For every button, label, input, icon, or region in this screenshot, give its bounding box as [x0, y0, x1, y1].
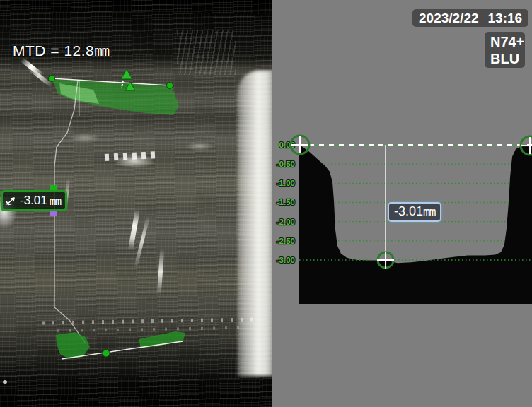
live-image-panel: MTD = 12.8mm -3.01mm [0, 0, 272, 407]
depth-measurement-label[interactable]: -3.01mm [1, 190, 67, 211]
probe-info-badge: N74+ BLU [485, 32, 525, 68]
y-tick-label: -1.00 [277, 179, 295, 187]
mtd-unit: mm [94, 43, 108, 59]
mtd-readout: MTD = 12.8mm [13, 42, 109, 59]
depth-point-square-marker[interactable] [50, 211, 57, 216]
depth-measure-icon [6, 195, 18, 206]
reference-handle[interactable] [167, 83, 173, 89]
probe-mode: BLU [490, 50, 525, 67]
mtd-text: MTD = 12.8 [13, 42, 94, 59]
depth-unit: mm [50, 194, 61, 208]
chart-depth-unit: mm [423, 205, 435, 218]
y-tick-label: -2.00 [277, 218, 295, 226]
depth-value: -3.01 [20, 194, 47, 208]
reference-area-bottom [56, 331, 185, 359]
chart-depth-label[interactable]: -3.01mm [388, 202, 441, 222]
profile-area [299, 146, 532, 304]
measurement-screen: MTD = 12.8mm -3.01mm 0.00-0.50-1.00-1.50… [0, 0, 532, 407]
datetime-badge: 2023/2/22 13:16 [412, 9, 528, 27]
reference-handle[interactable] [49, 76, 55, 82]
probe-model: N74+ [490, 33, 525, 50]
y-tick-label: -1.50 [277, 198, 295, 206]
date-text: 2023/2/22 [419, 11, 479, 26]
reference-handle[interactable] [103, 350, 110, 357]
time-text: 13:16 [488, 11, 523, 26]
chart-depth-value: -3.01 [394, 204, 423, 218]
depth-ref-square-marker[interactable] [50, 185, 57, 190]
y-tick-label: -3.00 [277, 256, 295, 264]
depth-measurement-line [54, 81, 86, 343]
profile-panel: 0.00-0.50-1.00-1.50-2.00-2.50-3.00 -3.01… [272, 0, 532, 407]
y-tick-label: -0.50 [277, 160, 295, 168]
y-tick-label: -2.50 [277, 237, 295, 245]
